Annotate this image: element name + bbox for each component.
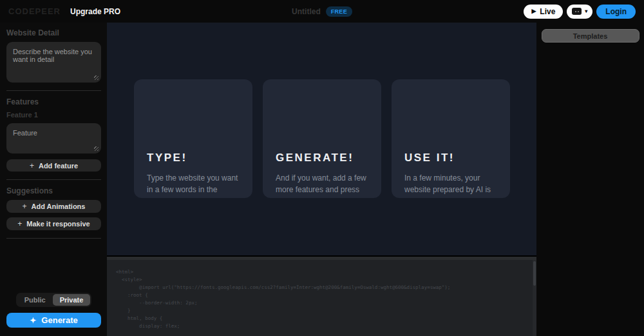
code-line: } — [116, 307, 527, 315]
sidebar-divider — [6, 179, 101, 180]
code-line: --border-width: 2px; — [116, 299, 527, 307]
resize-grip-icon[interactable] — [94, 146, 99, 151]
feature-field-wrap — [6, 123, 101, 153]
sidebar-bottom-group: Public Private ✦ Generate — [6, 293, 101, 328]
upgrade-pro-link[interactable]: Upgrade PRO — [70, 7, 120, 16]
code-line: :root { — [116, 292, 527, 299]
card-title: USE IT! — [404, 152, 501, 164]
plus-icon: + — [23, 202, 27, 211]
center-column: TYPE! Type the website you want in a few… — [107, 23, 536, 336]
plus-icon: + — [17, 219, 22, 228]
suggestion-label: Make it responsive — [26, 220, 90, 228]
generate-button-label: Generate — [41, 315, 77, 325]
plan-badge: FREE — [326, 6, 352, 17]
app-root: CODEPEER Upgrade PRO Untitled FREE ▶ Liv… — [0, 0, 644, 336]
code-line: @import url("https://fonts.googleapis.co… — [116, 284, 527, 292]
code-lines: <html> <style> @import url("https://font… — [107, 260, 536, 330]
visibility-toggle: Public Private — [16, 293, 92, 307]
onboarding-card-type: TYPE! Type the website you want in a few… — [134, 79, 252, 198]
app-logo: CODEPEER — [8, 6, 61, 16]
sidebar: Website Detail Features Feature 1 + Add … — [0, 23, 107, 336]
topbar: CODEPEER Upgrade PRO Untitled FREE ▶ Liv… — [0, 0, 644, 23]
website-detail-input[interactable] — [6, 42, 101, 83]
visibility-public-option[interactable]: Public — [17, 294, 53, 306]
onboarding-card-generate: GENERATE! And if you want, add a few mor… — [263, 79, 381, 198]
code-scrollbar[interactable] — [533, 260, 536, 336]
resize-grip-icon[interactable] — [94, 75, 99, 80]
device-preview-icon — [572, 8, 582, 15]
generate-button[interactable]: ✦ Generate — [6, 313, 101, 328]
card-title: TYPE! — [147, 152, 243, 164]
suggestion-add-animations-button[interactable]: + Add Animations — [6, 200, 101, 213]
project-name[interactable]: Untitled — [292, 7, 321, 16]
card-body: Type the website you want in a few words… — [147, 172, 243, 198]
suggestions-heading: Suggestions — [6, 186, 101, 195]
code-editor[interactable]: <html> <style> @import url("https://font… — [107, 257, 536, 336]
login-button[interactable]: Login — [596, 5, 636, 19]
chevron-down-icon: ▾ — [585, 9, 587, 14]
right-panel: Templates — [536, 23, 644, 336]
templates-button[interactable]: Templates — [542, 29, 639, 43]
add-feature-label: Add feature — [39, 162, 78, 170]
suggestion-make-responsive-button[interactable]: + Make it responsive — [6, 217, 101, 230]
code-line: <style> — [116, 276, 527, 284]
website-detail-heading: Website Detail — [6, 28, 101, 37]
visibility-private-option[interactable]: Private — [53, 294, 91, 306]
preview-canvas: TYPE! Type the website you want in a few… — [107, 23, 536, 255]
code-line: display: flex; — [116, 322, 527, 330]
sparkle-icon: ✦ — [30, 317, 36, 324]
project-title-group: Untitled FREE — [292, 0, 352, 23]
code-scrollbar-thumb[interactable] — [533, 261, 536, 286]
card-body: In a few minutes, your website prepared … — [404, 172, 501, 198]
feature-input[interactable] — [6, 123, 101, 153]
code-line: <html> — [116, 268, 527, 276]
add-feature-button[interactable]: + Add feature — [6, 159, 101, 172]
plus-icon: + — [30, 161, 34, 170]
card-title: GENERATE! — [276, 152, 372, 164]
onboarding-card-use-it: USE IT! In a few minutes, your website p… — [392, 79, 510, 198]
play-icon: ▶ — [531, 8, 536, 14]
onboarding-cards: TYPE! Type the website you want in a few… — [134, 79, 510, 198]
device-preview-button[interactable]: ▾ — [567, 5, 592, 19]
features-heading: Features — [6, 97, 101, 106]
suggestion-label: Add Animations — [32, 203, 86, 210]
sidebar-divider — [6, 238, 101, 239]
feature-1-label: Feature 1 — [6, 111, 101, 119]
sidebar-divider — [6, 90, 101, 91]
card-body: And if you want, add a few more features… — [276, 172, 372, 198]
code-line: html, body { — [116, 315, 527, 322]
content-area: Website Detail Features Feature 1 + Add … — [0, 23, 644, 336]
website-detail-field-wrap — [6, 42, 101, 83]
topbar-actions: ▶ Live ▾ Login — [524, 5, 636, 19]
live-button-label: Live — [540, 7, 555, 16]
live-button[interactable]: ▶ Live — [524, 5, 563, 19]
